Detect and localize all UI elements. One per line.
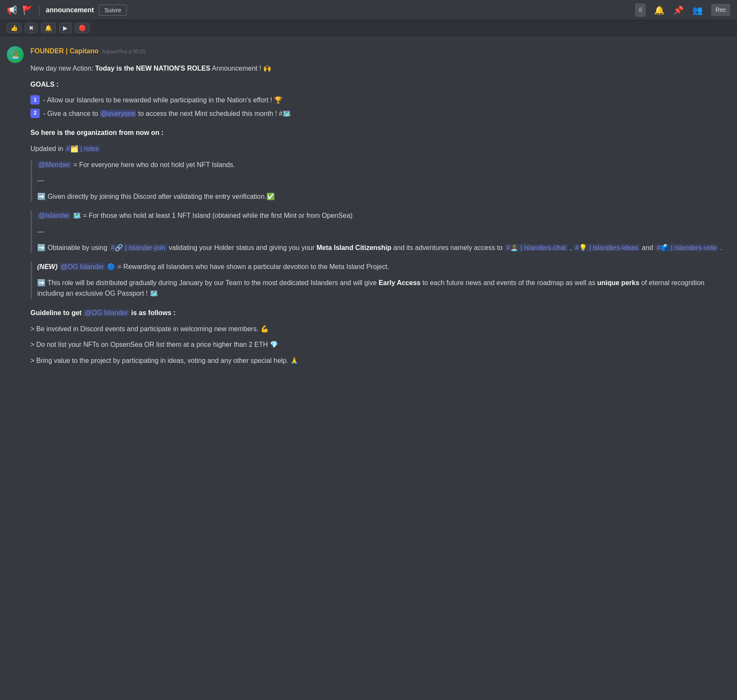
member-given: ➡️ Given directly by joining this Discor… bbox=[37, 191, 730, 202]
roles-channel[interactable]: #🗂️ | roles bbox=[65, 145, 100, 152]
member-role-line: @Member = For everyone here who do not h… bbox=[37, 159, 730, 170]
reaction-red[interactable]: 🔴 bbox=[75, 23, 90, 33]
intro-bold: Today is the NEW NATION'S ROLES bbox=[95, 65, 211, 72]
reaction-bell[interactable]: 🔔 bbox=[41, 23, 56, 33]
pin-icon[interactable]: 📌 bbox=[673, 4, 684, 16]
og-role-line: (NEW) @OG Islander 🔵 = Rewarding all Isl… bbox=[37, 261, 730, 272]
guideline-bold: Guideline to get bbox=[30, 309, 82, 316]
avatar: 🏝️ bbox=[7, 46, 24, 63]
reaction-play[interactable]: ▶ bbox=[59, 23, 71, 33]
unique-perks-bold: unique perks bbox=[597, 279, 639, 286]
islander-obtain: ➡️ Obtainable by using #🔗 | islander-joi… bbox=[37, 242, 730, 253]
guide-2: > Do not list your NFTs on OpsenSea OR l… bbox=[30, 339, 730, 350]
citizenship-bold: Meta Island Citizenship bbox=[317, 244, 392, 251]
islanders-ideas-channel[interactable]: #💡 | islanders-ideas bbox=[573, 244, 640, 251]
reaction-bar: 👍 ✖ 🔔 ▶ 🔴 bbox=[0, 20, 737, 36]
goal-1: 1 - Allow our Islanders to be rewarded w… bbox=[30, 95, 730, 106]
top-bar-right: # 🔔 📌 👥 Rec bbox=[635, 3, 730, 17]
org-updated: Updated in #🗂️ | roles bbox=[30, 143, 730, 154]
goals-header: GOALS : bbox=[30, 79, 730, 90]
divider: | bbox=[38, 3, 41, 18]
guideline-header: Guideline to get @OG Islander is as foll… bbox=[30, 307, 730, 318]
message-container: 🏝️ FOUNDER | Capitano Aujourd'hui à 00:2… bbox=[0, 44, 737, 373]
islander-block: @Islander 🗺️ = For those who hold at lea… bbox=[30, 210, 730, 253]
top-bar: 📢 🚩 | announcement Suivre # 🔔 📌 👥 Rec bbox=[0, 0, 737, 20]
member-mention: @Member bbox=[37, 161, 71, 168]
message-content: FOUNDER | Capitano Aujourd'hui à 00:25 N… bbox=[30, 46, 730, 371]
everyone-mention: @everyone bbox=[100, 110, 136, 117]
islander-join-channel[interactable]: #🔗 | islander-join bbox=[109, 244, 167, 251]
member-sep: --- bbox=[37, 175, 730, 186]
islanders-vote-channel[interactable]: #🗳️ | islanders-vote bbox=[655, 244, 718, 251]
follow-button[interactable]: Suivre bbox=[99, 5, 127, 16]
og-distribute: ➡️ This role will be distributed gradual… bbox=[37, 277, 730, 299]
member-block: @Member = For everyone here who do not h… bbox=[30, 159, 730, 202]
org-bold: So here is the organization from now on … bbox=[30, 129, 164, 136]
goal-1-text: - Allow our Islanders to be rewarded whi… bbox=[43, 95, 282, 106]
islanders-chat-channel[interactable]: #🏝️ | islanders-chat bbox=[504, 244, 568, 251]
hashtag-icon[interactable]: # bbox=[635, 3, 646, 17]
org-header: So here is the organization from now on … bbox=[30, 127, 730, 138]
guideline-follows: is as follows : bbox=[131, 309, 175, 316]
islander-role-line: @Islander 🗺️ = For those who hold at lea… bbox=[37, 210, 730, 221]
og-guideline-mention: @OG Islander bbox=[83, 309, 129, 316]
intro-paragraph: New day new Action: Today is the NEW NAT… bbox=[30, 63, 730, 74]
message-header: FOUNDER | Capitano Aujourd'hui à 00:25 bbox=[30, 46, 730, 56]
timestamp: Aujourd'hui à 00:25 bbox=[102, 48, 145, 55]
avatar-image: 🏝️ bbox=[7, 46, 24, 63]
message-body: New day new Action: Today is the NEW NAT… bbox=[30, 63, 730, 366]
reaction-x[interactable]: ✖ bbox=[25, 23, 38, 33]
new-label: (NEW) bbox=[37, 263, 58, 270]
guide-1: > Be involved in Discord events and part… bbox=[30, 324, 730, 335]
reaction-thumbsup[interactable]: 👍 bbox=[7, 23, 22, 33]
number-2-badge: 2 bbox=[30, 109, 40, 118]
islander-mention: @Islander bbox=[37, 212, 71, 219]
channel-name: announcement bbox=[46, 5, 94, 15]
megaphone-icon: 📢 bbox=[7, 4, 17, 16]
rec-button[interactable]: Rec bbox=[711, 4, 730, 16]
og-mention: @OG Islander bbox=[59, 263, 105, 270]
author-name: FOUNDER | Capitano bbox=[30, 46, 99, 56]
members-icon[interactable]: 👥 bbox=[692, 4, 703, 16]
guide-3: > Bring value to the project by particip… bbox=[30, 355, 730, 366]
flag-icon: 🚩 bbox=[22, 4, 33, 16]
bell-mute-icon[interactable]: 🔔 bbox=[654, 4, 665, 16]
early-access-bold: Early Access bbox=[378, 279, 420, 286]
goal-2-text: - Give a chance to @everyone to access t… bbox=[43, 108, 291, 119]
content-area: 🏝️ FOUNDER | Capitano Aujourd'hui à 00:2… bbox=[0, 36, 737, 381]
goal-2: 2 - Give a chance to @everyone to access… bbox=[30, 108, 730, 119]
og-block: (NEW) @OG Islander 🔵 = Rewarding all Isl… bbox=[30, 261, 730, 299]
number-1-badge: 1 bbox=[30, 95, 40, 104]
islander-sep: --- bbox=[37, 226, 730, 237]
